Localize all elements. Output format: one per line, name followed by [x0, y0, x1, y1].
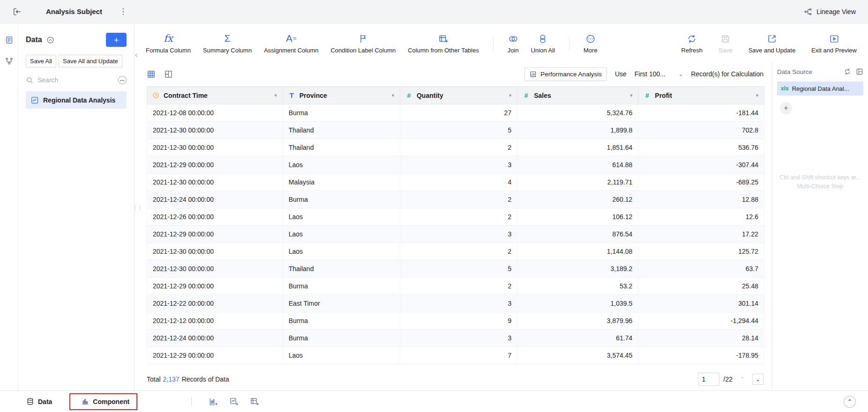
table-row[interactable]: 2021-12-29 00:00:00 Laos 7 3,574.45 -178… — [147, 347, 764, 364]
analysis-table-icon — [30, 96, 39, 104]
table-row[interactable]: 2021-12-29 00:00:00 Burma 2 53.2 25.48 — [147, 278, 764, 295]
subject-document-icon[interactable] — [5, 36, 14, 44]
cell-province: Thailand — [283, 122, 400, 139]
cell-quantity: 5 — [400, 122, 517, 139]
add-table-button[interactable]: + — [106, 33, 127, 47]
sidebar-actions: Save All Save All and Update — [26, 55, 127, 67]
column-header-profit[interactable]: # Profit ▼ — [638, 87, 764, 104]
page-number-input[interactable] — [698, 373, 719, 386]
cell-profit: 536.76 — [638, 139, 764, 156]
union-all-button[interactable]: Union All — [531, 32, 555, 54]
filter-caret-icon[interactable]: ▼ — [508, 93, 512, 98]
refresh-button[interactable]: Refresh — [681, 32, 703, 54]
edit-toolbar: fx Formula Column Σ Summary Column A= As… — [135, 23, 868, 62]
performance-analysis-button[interactable]: Performance Analysis — [524, 67, 607, 81]
pagination: /22 ⌃ ⌄ — [698, 373, 763, 386]
add-data-source-button[interactable]: + — [780, 102, 792, 114]
cell-quantity: 2 — [400, 243, 517, 260]
tab-component[interactable]: Component — [81, 397, 129, 405]
table-row[interactable]: 2021-12-24 00:00:00 Burma 2 260.12 12.88 — [147, 191, 764, 208]
search-input[interactable] — [37, 76, 114, 84]
grid-view-icon[interactable] — [147, 70, 156, 79]
data-source-title: Data Source — [777, 68, 812, 75]
filter-caret-icon[interactable]: ▼ — [755, 93, 759, 98]
union-all-icon — [538, 32, 548, 44]
next-page-button[interactable]: ⌄ — [752, 374, 763, 385]
table-row[interactable]: 2021-12-29 00:00:00 Laos 3 876.54 17.22 — [147, 226, 764, 243]
table-row[interactable]: 2021-12-30 00:00:00 Thailand 5 1,899.8 7… — [147, 122, 764, 139]
layout-icon[interactable] — [856, 68, 863, 75]
condition-label-column-button[interactable]: Condition Label Column — [330, 32, 396, 54]
search-options-icon[interactable]: ••• — [118, 76, 127, 84]
save-button[interactable]: Save — [718, 32, 733, 54]
table-row[interactable]: 2021-12-30 00:00:00 Thailand 5 3,189.2 6… — [147, 260, 764, 278]
tab-data[interactable]: Data — [26, 397, 52, 405]
tab-component-label: Component — [93, 398, 129, 405]
table-row[interactable]: 2021-12-12 00:00:00 Burma 9 3,879.96 -1,… — [147, 312, 764, 330]
sync-icon[interactable] — [844, 68, 851, 75]
cell-contract-time: 2021-12-29 00:00:00 — [147, 226, 283, 243]
topbar: Analysis Subject ⋮ Lineage View — [0, 0, 868, 23]
add-table-component-icon[interactable] — [250, 397, 259, 406]
column-header-province[interactable]: T Province ▼ — [283, 87, 400, 104]
total-record-count[interactable]: 2,137 — [163, 375, 180, 383]
title-menu-icon[interactable]: ⋮ — [119, 7, 127, 15]
cell-province: Burma — [283, 191, 400, 208]
table-row[interactable]: 2021-12-29 00:00:00 Laos 3 614.88 -307.4… — [147, 156, 764, 174]
column-header-sales[interactable]: # Sales ▼ — [517, 87, 638, 104]
split-view-icon[interactable] — [164, 70, 173, 79]
exit-left-icon[interactable] — [12, 7, 22, 16]
collapse-all-icon[interactable] — [46, 36, 54, 44]
text-type-icon: T — [288, 92, 296, 99]
data-table-container: Contract Time ▼ T Province ▼ — [135, 86, 772, 368]
add-line-chart-icon[interactable] — [229, 397, 239, 406]
relation-flow-icon[interactable] — [5, 57, 14, 66]
performance-chart-icon — [530, 71, 537, 78]
filter-caret-icon[interactable]: ▼ — [274, 93, 278, 98]
table-row[interactable]: 2021-12-24 00:00:00 Burma 3 61.74 28.14 — [147, 330, 764, 347]
save-all-and-update-button[interactable]: Save All and Update — [59, 55, 122, 67]
flag-icon — [358, 32, 368, 44]
cell-contract-time: 2021-12-30 00:00:00 — [147, 122, 283, 139]
panel-drag-handle-icon[interactable]: ⋮⋮ — [132, 204, 142, 211]
cell-contract-time: 2021-12-08 00:00:00 — [147, 104, 283, 122]
filter-caret-icon[interactable]: ▼ — [629, 93, 633, 98]
previous-page-button[interactable]: ⌃ — [737, 374, 748, 385]
cell-province: Laos — [283, 226, 400, 243]
column-header-contract-time[interactable]: Contract Time ▼ — [147, 87, 283, 104]
sidebar-collapse-icon[interactable]: ‹ — [135, 51, 137, 59]
filter-caret-icon[interactable]: ▼ — [391, 93, 395, 98]
table-row[interactable]: 2021-12-08 00:00:00 Burma 27 5,324.76 -1… — [147, 104, 764, 122]
column-header-quantity[interactable]: # Quantity ▼ — [400, 87, 517, 104]
records-count-dropdown[interactable]: First 100... ⌄ — [635, 70, 683, 78]
table-row[interactable]: 2021-12-26 00:00:00 Laos 2 106.12 12.6 — [147, 208, 764, 226]
sidebar-item-regional-data-analysis[interactable]: Regional Data Analysis — [26, 91, 127, 109]
cell-quantity: 9 — [400, 312, 517, 330]
cell-contract-time: 2021-12-24 00:00:00 — [147, 191, 283, 208]
collapse-panel-button[interactable]: ⌃ — [844, 396, 856, 408]
table-body: 2021-12-08 00:00:00 Burma 27 5,324.76 -1… — [147, 104, 764, 364]
summary-column-button[interactable]: Σ Summary Column — [203, 32, 252, 54]
table-row[interactable]: 2021-12-30 00:00:00 Laos 2 1,144.08 125.… — [147, 243, 764, 260]
table-row[interactable]: 2021-12-30 00:00:00 Thailand 2 1,851.64 … — [147, 139, 764, 156]
formula-column-button[interactable]: fx Formula Column — [146, 32, 191, 54]
join-button[interactable]: Join — [508, 32, 519, 54]
assignment-column-button[interactable]: A= Assignment Column — [264, 32, 318, 54]
cell-quantity: 2 — [400, 208, 517, 226]
column-from-other-tables-button[interactable]: Column from Other Tables — [408, 32, 479, 54]
toolbar-separator — [493, 36, 494, 50]
save-all-button[interactable]: Save All — [26, 55, 56, 67]
table-row[interactable]: 2021-12-30 00:00:00 Malaysia 4 2,119.71 … — [147, 174, 764, 191]
more-button[interactable]: More — [584, 32, 598, 54]
cell-province: Laos — [283, 243, 400, 260]
add-bar-chart-icon[interactable] — [209, 397, 218, 406]
cell-province: East Timor — [283, 295, 400, 312]
data-source-item[interactable]: xls Regional Data Anal... — [777, 81, 863, 96]
table-row[interactable]: 2021-12-22 00:00:00 East Timor 3 1,039.5… — [147, 295, 764, 312]
exit-and-preview-button[interactable]: Exit and Preview — [811, 32, 857, 54]
cell-profit: 125.72 — [638, 243, 764, 260]
lineage-view-button[interactable]: Lineage View — [804, 7, 856, 16]
cell-contract-time: 2021-12-29 00:00:00 — [147, 347, 283, 364]
save-and-update-button[interactable]: Save and Update — [748, 32, 795, 54]
cell-quantity: 3 — [400, 156, 517, 174]
